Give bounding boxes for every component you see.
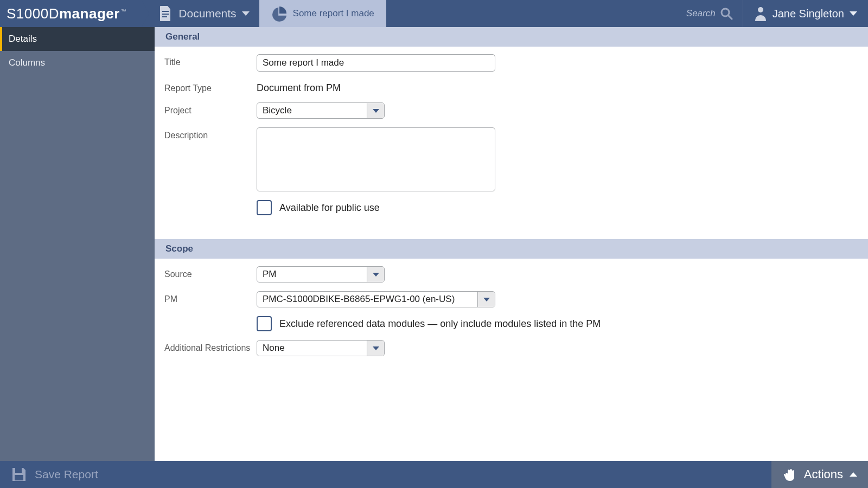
report-tab-label: Some report I made — [293, 8, 374, 19]
restrictions-select[interactable]: None — [257, 340, 385, 356]
report-tab[interactable]: Some report I made — [259, 0, 386, 27]
source-select-toggle[interactable] — [367, 267, 384, 282]
svg-rect-3 — [15, 468, 22, 473]
search-label: Search — [686, 8, 716, 19]
sidebar-item-columns[interactable]: Columns — [0, 51, 155, 75]
source-label: Source — [164, 266, 257, 279]
chevron-down-icon — [850, 11, 857, 16]
project-select[interactable]: Bicycle — [257, 102, 385, 119]
save-report-button[interactable]: Save Report — [0, 466, 109, 483]
save-icon — [11, 466, 27, 483]
save-report-label: Save Report — [35, 468, 98, 481]
search-button[interactable]: Search — [676, 0, 743, 27]
project-select-value: Bicycle — [257, 103, 367, 118]
nav-documents-dropdown[interactable]: Documents — [142, 0, 259, 27]
user-menu[interactable]: Jane Singleton — [743, 0, 868, 27]
report-type-label: Report Type — [164, 80, 257, 93]
exclude-checkbox-label: Exclude referenced data modules — only i… — [279, 318, 601, 330]
chevron-down-icon — [242, 11, 250, 16]
pm-select[interactable]: PMC-S1000DBIKE-B6865-EPWG1-00 (en-US) — [257, 291, 495, 307]
chevron-down-icon — [483, 298, 490, 301]
document-icon — [158, 5, 173, 22]
description-textarea[interactable] — [257, 127, 495, 191]
section-scope: Source PM PM PMC-S1000DBIKE-B6865-EPWG1-… — [155, 259, 868, 380]
content-panel: General Title Report Type Document from … — [155, 27, 868, 461]
sidebar-item-details[interactable]: Details — [0, 27, 155, 51]
restrictions-label: Additional Restrictions — [164, 340, 257, 353]
pm-select-value: PMC-S1000DBIKE-B6865-EPWG1-00 (en-US) — [257, 292, 477, 307]
main-area: Details Columns General Title Report Typ… — [0, 27, 868, 461]
svg-rect-4 — [15, 475, 23, 480]
sidebar-item-label: Columns — [9, 57, 45, 68]
restrictions-select-toggle[interactable] — [367, 341, 384, 356]
bottom-bar: Save Report Actions — [0, 461, 868, 488]
chevron-down-icon — [373, 273, 379, 277]
public-checkbox-label: Available for public use — [279, 202, 380, 214]
project-label: Project — [164, 102, 257, 115]
app-logo[interactable]: S1000Dmanager™ — [0, 0, 142, 27]
svg-point-2 — [758, 7, 763, 12]
sidebar: Details Columns — [0, 27, 155, 461]
project-select-toggle[interactable] — [367, 103, 384, 118]
source-select-value: PM — [257, 267, 367, 282]
chevron-down-icon — [373, 109, 379, 113]
description-label: Description — [164, 127, 257, 140]
top-bar: S1000Dmanager™ Documents Some report I m… — [0, 0, 868, 27]
report-type-value: Document from PM — [257, 80, 341, 94]
actions-label: Actions — [804, 467, 843, 481]
actions-menu-button[interactable]: Actions — [771, 461, 868, 488]
section-header-scope: Scope — [155, 239, 868, 259]
restrictions-select-value: None — [257, 341, 367, 356]
pm-label: PM — [164, 291, 257, 304]
source-select[interactable]: PM — [257, 266, 385, 282]
chevron-down-icon — [373, 346, 379, 350]
app-logo-text: S1000Dmanager™ — [7, 5, 126, 22]
title-label: Title — [164, 54, 257, 67]
sidebar-item-label: Details — [9, 34, 37, 44]
public-checkbox[interactable] — [257, 200, 272, 215]
hand-icon — [782, 467, 797, 481]
section-header-general: General — [155, 27, 868, 47]
title-input[interactable] — [257, 54, 495, 72]
svg-line-1 — [728, 15, 732, 19]
exclude-checkbox[interactable] — [257, 316, 272, 331]
user-icon — [754, 6, 767, 21]
search-icon — [720, 7, 733, 20]
chevron-up-icon — [850, 472, 857, 477]
pie-chart-icon — [271, 5, 288, 22]
section-general: Title Report Type Document from PM Proje… — [155, 47, 868, 239]
user-name-label: Jane Singleton — [773, 8, 844, 20]
nav-documents-label: Documents — [178, 7, 236, 20]
pm-select-toggle[interactable] — [477, 292, 495, 307]
